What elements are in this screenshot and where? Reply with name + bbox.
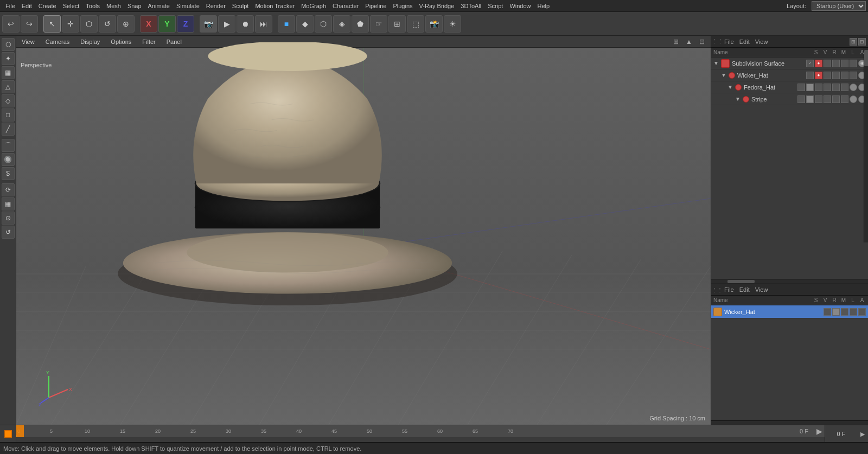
menu-pipeline[interactable]: Pipeline xyxy=(362,3,390,9)
tree-icon-s0[interactable]: ✓ xyxy=(806,60,814,67)
viewport-up-icon[interactable]: ▲ xyxy=(684,36,694,47)
mat-icon-m[interactable] xyxy=(850,308,857,316)
mat-hscroll[interactable] xyxy=(711,420,868,425)
select-tool-button[interactable]: ↖ xyxy=(43,15,61,33)
left-sidebar-icon11[interactable]: ⟳ xyxy=(2,183,15,196)
left-sidebar-icon6[interactable]: □ xyxy=(2,108,15,122)
left-sidebar-icon9[interactable]: 🔘 xyxy=(2,153,15,166)
x-axis-button[interactable]: X xyxy=(140,15,157,33)
left-sidebar-icon14[interactable]: ↺ xyxy=(2,226,15,239)
left-sidebar-icon4[interactable]: △ xyxy=(2,80,15,93)
mat-menu-file[interactable]: File xyxy=(722,286,736,293)
viewport-grid-btn[interactable]: ⊞ xyxy=(388,15,406,33)
mat-icon-v[interactable] xyxy=(832,308,840,316)
tree-icon-r0[interactable] xyxy=(824,60,831,67)
transform-tool-button[interactable]: ⊕ xyxy=(117,15,135,33)
move-tool-button[interactable]: ✛ xyxy=(62,15,79,33)
tree-icon-s3[interactable] xyxy=(797,95,805,103)
viewport-shading2[interactable]: ◆ xyxy=(296,15,314,33)
obj-manager-hscroll[interactable] xyxy=(711,279,868,283)
tree-item-fedora-hat[interactable]: ▼ Fedora_Hat xyxy=(711,81,868,93)
record-button[interactable]: ⏺ xyxy=(237,15,254,33)
left-sidebar-icon3[interactable]: ▦ xyxy=(2,66,15,79)
lights-btn[interactable]: ☀ xyxy=(444,15,461,33)
redo-button[interactable]: ↪ xyxy=(21,15,38,33)
mat-icon-s[interactable] xyxy=(824,308,831,316)
viewport-fullscreen-icon[interactable]: ⊡ xyxy=(697,36,707,47)
timeline-ruler[interactable]: 0 5 10 15 20 25 30 35 40 45 50 xyxy=(16,425,825,437)
left-sidebar-icon12[interactable]: ▦ xyxy=(2,197,15,210)
menu-snap[interactable]: Snap xyxy=(124,3,145,9)
tree-icon-l3[interactable] xyxy=(832,95,840,103)
menu-help[interactable]: Help xyxy=(534,3,553,9)
obj-panel-icon1[interactable]: ⊞ xyxy=(850,38,857,46)
tree-icon-v2[interactable] xyxy=(806,84,814,91)
tree-icon-m3[interactable] xyxy=(824,95,831,103)
viewport-render-btn[interactable]: ☞ xyxy=(370,15,387,33)
viewport-maximize-icon[interactable]: ⊞ xyxy=(671,36,681,47)
menu-character[interactable]: Character xyxy=(329,3,362,9)
tree-icon-m1[interactable] xyxy=(832,72,840,79)
obj-hscroll-thumb[interactable] xyxy=(727,280,755,283)
tree-icon-s1[interactable] xyxy=(806,72,814,79)
menu-vray[interactable]: V-Ray Bridge xyxy=(416,3,458,9)
tree-item-subdivision-surface[interactable]: ▼ Subdivision Surface ✓ ● ◉ xyxy=(711,57,868,69)
scale-tool-button[interactable]: ⬡ xyxy=(80,15,98,33)
tree-icon-a2[interactable] xyxy=(841,84,848,91)
mat-row-wicker[interactable]: Wicker_Hat xyxy=(711,305,868,318)
layout-dropdown[interactable]: Startup (User) xyxy=(812,1,866,11)
left-sidebar-icon1[interactable]: ⬡ xyxy=(2,38,15,51)
viewport-shading3[interactable]: ⬡ xyxy=(315,15,332,33)
left-sidebar-icon7[interactable]: ╱ xyxy=(2,123,15,136)
tree-icon-l2[interactable] xyxy=(832,84,840,91)
menu-select[interactable]: Select xyxy=(60,3,83,9)
left-sidebar-icon8[interactable]: ⌒ xyxy=(2,139,15,152)
obj-menu-file[interactable]: File xyxy=(722,39,736,45)
mat-icon-l[interactable] xyxy=(858,308,866,316)
menu-script[interactable]: Script xyxy=(484,3,506,9)
left-sidebar-icon13[interactable]: ⊙ xyxy=(2,212,15,225)
viewport-shading1[interactable]: ■ xyxy=(278,15,295,33)
left-sidebar-icon10[interactable]: $ xyxy=(2,167,15,180)
menu-simulate[interactable]: Simulate xyxy=(173,3,203,9)
tree-icon-r3[interactable] xyxy=(815,95,822,103)
tree-icon-s2[interactable] xyxy=(797,84,805,91)
tree-item-wicker-hat[interactable]: ▼ Wicker_Hat ● xyxy=(711,69,868,81)
menu-mograph[interactable]: MoGraph xyxy=(298,3,329,9)
viewport-camera-btn[interactable]: 📸 xyxy=(425,15,443,33)
viewport-snap-btn[interactable]: ⬚ xyxy=(407,15,424,33)
menu-plugins[interactable]: Plugins xyxy=(390,3,416,9)
tree-icon-v3[interactable] xyxy=(806,95,814,103)
tree-icon-a3[interactable] xyxy=(841,95,848,103)
tree-icon-r2[interactable] xyxy=(815,84,822,91)
tree-icon-m0[interactable] xyxy=(832,60,840,67)
y-axis-button[interactable]: Y xyxy=(158,15,176,33)
obj-panel-icon2[interactable]: ⊡ xyxy=(858,38,866,46)
obj-menu-view[interactable]: View xyxy=(753,39,770,45)
tree-icon-a0[interactable] xyxy=(850,60,857,67)
z-axis-button[interactable]: Z xyxy=(177,15,194,33)
obj-menu-edit[interactable]: Edit xyxy=(737,39,752,45)
menu-tools[interactable]: Tools xyxy=(82,3,103,9)
undo-button[interactable]: ↩ xyxy=(2,15,20,33)
tree-icon-extra3[interactable] xyxy=(850,95,857,103)
tree-icon-r1[interactable] xyxy=(824,72,831,79)
anim-button[interactable]: ⏭ xyxy=(255,15,272,33)
menu-file[interactable]: File xyxy=(2,3,18,9)
viewport-3d[interactable]: X Y Z Grid Spacing : 10 cm Perspective xyxy=(16,48,711,425)
menu-motion-tracker[interactable]: Motion Tracker xyxy=(252,3,298,9)
menu-create[interactable]: Create xyxy=(35,3,60,9)
tree-icon-extra2[interactable] xyxy=(850,84,857,91)
menu-window[interactable]: Window xyxy=(506,3,534,9)
rotate-tool-button[interactable]: ↺ xyxy=(99,15,116,33)
right-panel-vscroll[interactable] xyxy=(864,48,868,242)
timeline-scroll-right[interactable]: ▶ xyxy=(816,427,822,436)
menu-edit[interactable]: Edit xyxy=(18,3,35,9)
mat-menu-edit[interactable]: Edit xyxy=(737,286,752,293)
left-sidebar-icon5[interactable]: ◇ xyxy=(2,94,15,107)
menu-sculpt[interactable]: Sculpt xyxy=(229,3,252,9)
viewport-shading5[interactable]: ⬟ xyxy=(352,15,369,33)
tree-icon-l0[interactable] xyxy=(841,60,848,67)
menu-3dtoall[interactable]: 3DToAll xyxy=(457,3,484,9)
play-mode-button[interactable]: ▶ xyxy=(218,15,235,33)
